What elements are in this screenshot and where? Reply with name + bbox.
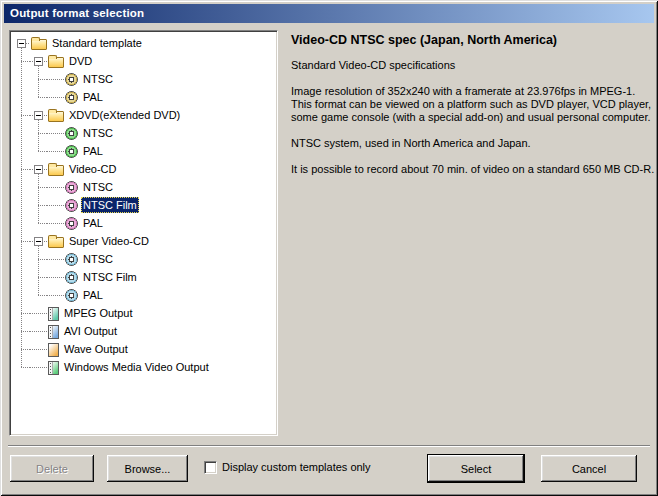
cancel-button[interactable]: Cancel [541, 455, 637, 482]
disc-icon [65, 91, 78, 104]
detail-title: Video-CD NTSC spec (Japan, North America… [291, 33, 655, 47]
tree-item-xdvd[interactable]: XDVD(eXtended DVD) [13, 106, 275, 124]
format-tree: Standard template DVD NTSC PAL XDVD(eXte… [9, 30, 278, 436]
tree-item-video-cd-ntsc-film[interactable]: NTSC Film [13, 196, 275, 214]
media-file-icon [48, 307, 59, 321]
disc-icon [65, 271, 78, 284]
tree-item-super-video-cd[interactable]: Super Video-CD [13, 232, 275, 250]
disc-icon [65, 73, 78, 86]
tree-item-dvd-ntsc[interactable]: NTSC [13, 70, 275, 88]
select-button[interactable]: Select [427, 454, 525, 483]
collapse-toggle-icon[interactable] [34, 57, 43, 66]
collapse-toggle-icon[interactable] [17, 39, 26, 48]
tree-item-wave-output[interactable]: Wave Output [13, 340, 275, 358]
folder-icon [48, 237, 64, 248]
media-file-icon [48, 361, 59, 375]
media-file-icon [48, 325, 59, 339]
tree-item-svcd-pal[interactable]: PAL [13, 286, 275, 304]
disc-icon [65, 217, 78, 230]
folder-icon [31, 39, 47, 50]
tree-item-mpeg-output[interactable]: MPEG Output [13, 304, 275, 322]
disc-icon [65, 199, 78, 212]
disc-icon [65, 253, 78, 266]
tree-item-xdvd-pal[interactable]: PAL [13, 142, 275, 160]
window-title: Output format selection [10, 7, 144, 19]
tree-item-video-cd-ntsc[interactable]: NTSC [13, 178, 275, 196]
detail-paragraph: It is possible to record about 70 min. o… [291, 163, 655, 176]
tree-item-video-cd-pal[interactable]: PAL [13, 214, 275, 232]
collapse-toggle-icon[interactable] [34, 165, 43, 174]
disc-icon [65, 127, 78, 140]
tree-item-svcd-ntsc-film[interactable]: NTSC Film [13, 268, 275, 286]
display-custom-templates-label[interactable]: Display custom templates only [222, 461, 371, 474]
format-description-panel: Video-CD NTSC spec (Japan, North America… [291, 33, 655, 176]
output-format-selection-dialog: Output format selection Standard templat… [0, 0, 658, 496]
title-bar: Output format selection [4, 4, 654, 23]
disc-icon [65, 145, 78, 158]
detail-paragraph: Image resolution of 352x240 with a frame… [291, 85, 655, 124]
browse-button[interactable]: Browse... [107, 455, 188, 482]
detail-paragraph: NTSC system, used in North America and J… [291, 137, 655, 150]
tree-item-video-cd[interactable]: Video-CD [13, 160, 275, 178]
tree-item-dvd[interactable]: DVD [13, 52, 275, 70]
tree-item-svcd-ntsc[interactable]: NTSC [13, 250, 275, 268]
delete-button[interactable]: Delete [10, 455, 94, 482]
folder-icon [48, 111, 64, 122]
tree-item-xdvd-ntsc[interactable]: NTSC [13, 124, 275, 142]
footer-separator [8, 445, 650, 447]
disc-icon [65, 289, 78, 302]
display-custom-templates-checkbox[interactable] [204, 461, 217, 474]
tree-item-standard-template[interactable]: Standard template [13, 34, 275, 52]
tree-item-avi-output[interactable]: AVI Output [13, 322, 275, 340]
detail-subtitle: Standard Video-CD specifications [291, 59, 655, 72]
tree-item-dvd-pal[interactable]: PAL [13, 88, 275, 106]
disc-icon [65, 181, 78, 194]
media-file-icon [48, 343, 59, 357]
folder-icon [48, 57, 64, 68]
collapse-toggle-icon[interactable] [34, 237, 43, 246]
collapse-toggle-icon[interactable] [34, 111, 43, 120]
folder-icon [48, 165, 64, 176]
tree-item-wmv-output[interactable]: Windows Media Video Output [13, 358, 275, 376]
selected-item-label: NTSC Film [81, 197, 139, 213]
